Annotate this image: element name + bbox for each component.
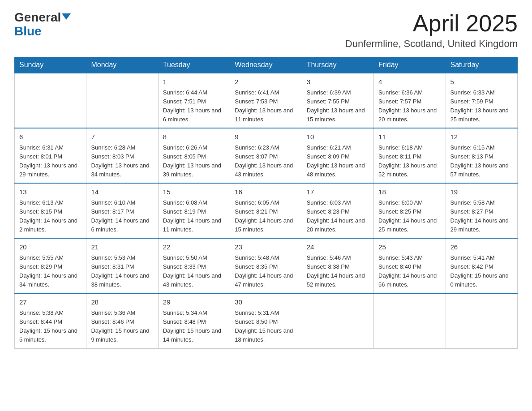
calendar-cell: 10Sunrise: 6:21 AMSunset: 8:09 PMDayligh… — [302, 128, 373, 183]
location-title: Dunfermline, Scotland, United Kingdom — [345, 38, 518, 50]
sun-info: Sunrise: 5:36 AMSunset: 8:46 PMDaylight:… — [91, 308, 153, 345]
logo-triangle-icon — [62, 13, 71, 20]
sun-info: Sunrise: 6:18 AMSunset: 8:11 PMDaylight:… — [378, 143, 441, 180]
calendar-cell — [86, 73, 158, 128]
calendar-cell: 11Sunrise: 6:18 AMSunset: 8:11 PMDayligh… — [374, 128, 446, 183]
day-number: 11 — [378, 132, 441, 142]
sun-info: Sunrise: 6:21 AMSunset: 8:09 PMDaylight:… — [307, 143, 369, 180]
sun-info: Sunrise: 6:13 AMSunset: 8:15 PMDaylight:… — [19, 198, 82, 235]
col-header-monday: Monday — [86, 57, 158, 73]
day-number: 4 — [378, 77, 441, 87]
sun-info: Sunrise: 5:43 AMSunset: 8:40 PMDaylight:… — [378, 253, 441, 290]
logo: General Blue — [14, 11, 71, 39]
sun-info: Sunrise: 5:55 AMSunset: 8:29 PMDaylight:… — [19, 253, 82, 290]
calendar-cell: 18Sunrise: 6:00 AMSunset: 8:25 PMDayligh… — [374, 183, 446, 238]
sun-info: Sunrise: 6:36 AMSunset: 7:57 PMDaylight:… — [378, 88, 441, 124]
day-number: 6 — [19, 132, 82, 142]
calendar-cell: 3Sunrise: 6:39 AMSunset: 7:55 PMDaylight… — [302, 73, 373, 128]
logo-blue: Blue — [14, 24, 42, 38]
calendar-cell: 1Sunrise: 6:44 AMSunset: 7:51 PMDaylight… — [158, 73, 230, 128]
day-number: 1 — [163, 77, 225, 87]
calendar-cell: 4Sunrise: 6:36 AMSunset: 7:57 PMDaylight… — [374, 73, 446, 128]
sun-info: Sunrise: 6:23 AMSunset: 8:07 PMDaylight:… — [235, 143, 297, 180]
sun-info: Sunrise: 6:05 AMSunset: 8:21 PMDaylight:… — [235, 198, 297, 235]
day-number: 23 — [235, 242, 297, 253]
calendar-cell: 15Sunrise: 6:08 AMSunset: 8:19 PMDayligh… — [158, 183, 230, 238]
header: General Blue April 2025 Dunfermline, Sco… — [14, 11, 518, 50]
sun-info: Sunrise: 6:33 AMSunset: 7:59 PMDaylight:… — [450, 88, 513, 124]
col-header-friday: Friday — [374, 57, 446, 73]
logo-general: General — [14, 10, 61, 24]
day-number: 15 — [163, 187, 225, 197]
calendar-cell: 2Sunrise: 6:41 AMSunset: 7:53 PMDaylight… — [230, 73, 302, 128]
day-number: 14 — [91, 187, 153, 197]
day-number: 21 — [91, 242, 153, 253]
sun-info: Sunrise: 6:44 AMSunset: 7:51 PMDaylight:… — [163, 88, 225, 124]
calendar-cell: 19Sunrise: 5:58 AMSunset: 8:27 PMDayligh… — [446, 183, 517, 238]
sun-info: Sunrise: 6:08 AMSunset: 8:19 PMDaylight:… — [163, 198, 225, 235]
calendar-cell: 27Sunrise: 5:38 AMSunset: 8:44 PMDayligh… — [15, 293, 86, 348]
col-header-wednesday: Wednesday — [230, 57, 302, 73]
calendar-cell: 16Sunrise: 6:05 AMSunset: 8:21 PMDayligh… — [230, 183, 302, 238]
calendar-cell: 14Sunrise: 6:10 AMSunset: 8:17 PMDayligh… — [86, 183, 158, 238]
sun-info: Sunrise: 6:39 AMSunset: 7:55 PMDaylight:… — [307, 88, 369, 124]
sun-info: Sunrise: 6:03 AMSunset: 8:23 PMDaylight:… — [307, 198, 369, 235]
day-number: 9 — [235, 132, 297, 142]
sun-info: Sunrise: 6:00 AMSunset: 8:25 PMDaylight:… — [378, 198, 441, 235]
day-number: 2 — [235, 77, 297, 87]
sun-info: Sunrise: 6:26 AMSunset: 8:05 PMDaylight:… — [163, 143, 225, 180]
day-number: 24 — [307, 242, 369, 253]
day-number: 20 — [19, 242, 82, 253]
day-number: 22 — [163, 242, 225, 253]
day-number: 30 — [235, 297, 297, 308]
sun-info: Sunrise: 6:31 AMSunset: 8:01 PMDaylight:… — [19, 143, 82, 180]
day-number: 28 — [91, 297, 153, 308]
calendar-cell: 20Sunrise: 5:55 AMSunset: 8:29 PMDayligh… — [15, 238, 86, 293]
calendar-cell: 26Sunrise: 5:41 AMSunset: 8:42 PMDayligh… — [446, 238, 517, 293]
calendar-cell: 28Sunrise: 5:36 AMSunset: 8:46 PMDayligh… — [86, 293, 158, 348]
day-number: 7 — [91, 132, 153, 142]
calendar-cell: 23Sunrise: 5:48 AMSunset: 8:35 PMDayligh… — [230, 238, 302, 293]
calendar-cell: 30Sunrise: 5:31 AMSunset: 8:50 PMDayligh… — [230, 293, 302, 348]
day-number: 13 — [19, 187, 82, 197]
week-row-5: 27Sunrise: 5:38 AMSunset: 8:44 PMDayligh… — [15, 293, 518, 348]
sun-info: Sunrise: 6:28 AMSunset: 8:03 PMDaylight:… — [91, 143, 153, 180]
calendar-cell — [302, 293, 373, 348]
day-number: 19 — [450, 187, 513, 197]
sun-info: Sunrise: 6:41 AMSunset: 7:53 PMDaylight:… — [235, 88, 297, 124]
day-number: 25 — [378, 242, 441, 253]
col-header-tuesday: Tuesday — [158, 57, 230, 73]
day-number: 10 — [307, 132, 369, 142]
day-number: 5 — [450, 77, 513, 87]
calendar-cell: 24Sunrise: 5:46 AMSunset: 8:38 PMDayligh… — [302, 238, 373, 293]
day-number: 17 — [307, 187, 369, 197]
month-title: April 2025 — [345, 11, 518, 36]
title-area: April 2025 Dunfermline, Scotland, United… — [345, 11, 518, 50]
calendar-cell: 5Sunrise: 6:33 AMSunset: 7:59 PMDaylight… — [446, 73, 517, 128]
sun-info: Sunrise: 5:46 AMSunset: 8:38 PMDaylight:… — [307, 253, 369, 290]
sun-info: Sunrise: 6:15 AMSunset: 8:13 PMDaylight:… — [450, 143, 513, 180]
calendar-cell: 13Sunrise: 6:13 AMSunset: 8:15 PMDayligh… — [15, 183, 86, 238]
day-number: 8 — [163, 132, 225, 142]
calendar-cell — [374, 293, 446, 348]
week-row-3: 13Sunrise: 6:13 AMSunset: 8:15 PMDayligh… — [15, 183, 518, 238]
week-row-4: 20Sunrise: 5:55 AMSunset: 8:29 PMDayligh… — [15, 238, 518, 293]
calendar-cell: 17Sunrise: 6:03 AMSunset: 8:23 PMDayligh… — [302, 183, 373, 238]
calendar-cell: 21Sunrise: 5:53 AMSunset: 8:31 PMDayligh… — [86, 238, 158, 293]
calendar-cell: 25Sunrise: 5:43 AMSunset: 8:40 PMDayligh… — [374, 238, 446, 293]
week-row-1: 1Sunrise: 6:44 AMSunset: 7:51 PMDaylight… — [15, 73, 518, 128]
calendar: SundayMondayTuesdayWednesdayThursdayFrid… — [14, 57, 518, 348]
calendar-cell: 12Sunrise: 6:15 AMSunset: 8:13 PMDayligh… — [446, 128, 517, 183]
day-number: 12 — [450, 132, 513, 142]
calendar-cell: 9Sunrise: 6:23 AMSunset: 8:07 PMDaylight… — [230, 128, 302, 183]
sun-info: Sunrise: 5:41 AMSunset: 8:42 PMDaylight:… — [450, 253, 513, 290]
sun-info: Sunrise: 5:48 AMSunset: 8:35 PMDaylight:… — [235, 253, 297, 290]
day-number: 29 — [163, 297, 225, 308]
col-header-saturday: Saturday — [446, 57, 517, 73]
sun-info: Sunrise: 5:38 AMSunset: 8:44 PMDaylight:… — [19, 308, 82, 345]
day-number: 18 — [378, 187, 441, 197]
sun-info: Sunrise: 6:10 AMSunset: 8:17 PMDaylight:… — [91, 198, 153, 235]
calendar-cell — [15, 73, 86, 128]
logo-text: General Blue — [14, 11, 71, 39]
col-header-thursday: Thursday — [302, 57, 373, 73]
